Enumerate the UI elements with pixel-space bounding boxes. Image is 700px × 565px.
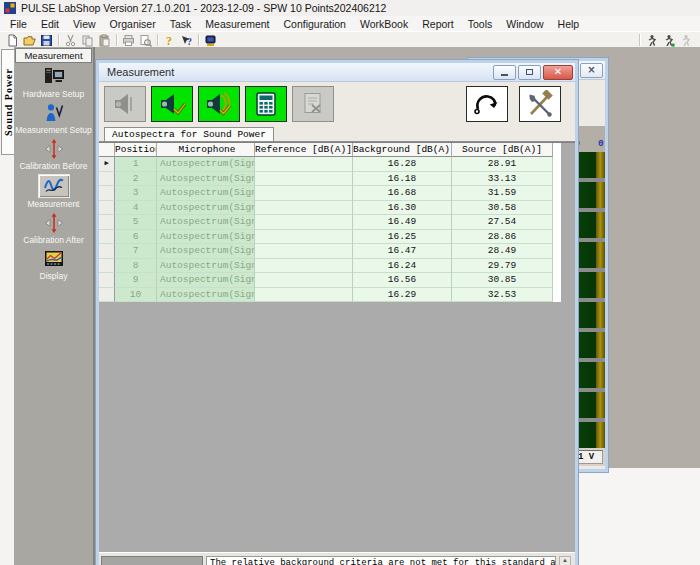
menu-configuration[interactable]: Configuration (277, 18, 353, 30)
context-help-icon[interactable]: ? (178, 33, 195, 47)
cell-src: 31.59 (452, 186, 553, 201)
menu-workbook[interactable]: WorkBook (353, 18, 415, 30)
menu-help[interactable]: Help (551, 18, 587, 30)
table-row[interactable]: ▶1Autospectrum(Signal 01)16.2828.91 (99, 157, 561, 172)
sidebar-item-calibration-before[interactable]: Calibration Before (14, 138, 93, 171)
sidebar-item-calibration-after[interactable]: Calibration After (14, 212, 93, 245)
cell-ref (255, 172, 353, 187)
menu-report[interactable]: Report (415, 18, 461, 30)
mdi-area: Sound Power Measurement Hardware SetupMe… (0, 47, 700, 565)
function-runner-disabled-icon[interactable] (677, 33, 694, 47)
table-row[interactable]: 9Autospectrum(Signal 09)16.5630.85 (99, 273, 561, 288)
labshop-monitor-icon[interactable] (202, 33, 219, 47)
cell-bg: 16.25 (353, 230, 452, 245)
table-row[interactable]: 5Autospectrum(Signal 05)16.4927.54 (99, 215, 561, 230)
cell-mic: Autospectrum(Signal 05) (157, 215, 255, 230)
cell-mic: Autospectrum(Signal 01) (157, 157, 255, 172)
table-header-row: PositionMicrophoneReference [dB(A)]Backg… (99, 143, 561, 157)
table-row[interactable]: 8Autospectrum(Signal 08)16.2429.79 (99, 259, 561, 274)
cell-mic: Autospectrum(Signal 08) (157, 259, 255, 274)
cell-bg: 16.56 (353, 273, 452, 288)
header-microphone: Microphone (157, 143, 255, 157)
sidebar-item-measurement[interactable]: Measurement (14, 174, 93, 209)
menu-view[interactable]: View (66, 18, 103, 30)
function-runner-2-icon[interactable] (660, 33, 677, 47)
cell-pos: 5 (115, 215, 157, 230)
menu-file[interactable]: File (3, 18, 34, 30)
cell-pos: 9 (115, 273, 157, 288)
menu-organiser[interactable]: Organiser (103, 18, 163, 30)
cell-ref (255, 273, 353, 288)
menu-window[interactable]: Window (499, 18, 550, 30)
table-row[interactable]: 4Autospectrum(Signal 04)16.3030.58 (99, 201, 561, 216)
cell-ref (255, 201, 353, 216)
app-title: PULSE LabShop Version 27.1.0.201 - 2023-… (21, 2, 386, 14)
cell-bg: 16.18 (353, 172, 452, 187)
cell-mic: Autospectrum(Signal 06) (157, 230, 255, 245)
speaker-button[interactable] (104, 86, 146, 122)
cell-src: 33.13 (452, 172, 553, 187)
task-tabstrip: Sound Power (0, 47, 14, 565)
menu-measurement[interactable]: Measurement (198, 18, 276, 30)
scale-tick: 0 (598, 138, 604, 149)
table-body: ▶1Autospectrum(Signal 01)16.2828.912Auto… (99, 157, 561, 302)
svg-text:?: ? (187, 36, 192, 47)
table-row[interactable]: 3Autospectrum(Signal 03)16.6831.59 (99, 186, 561, 201)
report-button[interactable] (292, 86, 334, 122)
menu-tools[interactable]: Tools (461, 18, 500, 30)
calculator-button[interactable] (245, 86, 287, 122)
sidebar-item-label: Calibration Before (19, 161, 87, 171)
measurement-close-button[interactable]: ✕ (543, 65, 573, 80)
measurement-maximize-button[interactable] (518, 65, 541, 80)
print-preview-icon[interactable] (137, 33, 154, 47)
open-file-icon[interactable] (21, 33, 38, 47)
table-header-row: PositionMicrophoneReference [dB(A)]Backg… (99, 143, 561, 157)
menu-edit[interactable]: Edit (34, 18, 66, 30)
loop-arrow-button[interactable] (466, 86, 508, 122)
tab-sound-power-label: Sound Power (3, 68, 14, 136)
paste-icon[interactable] (96, 33, 113, 47)
sidebar-item-hardware-setup[interactable]: Hardware Setup (14, 66, 93, 99)
cut-icon[interactable] (62, 33, 79, 47)
sidebar-item-display[interactable]: Display (14, 248, 93, 281)
tab-sound-power[interactable]: Sound Power (1, 49, 15, 155)
meter-close-button[interactable]: × (580, 63, 603, 78)
cell-ref (255, 259, 353, 274)
measurement-titlebar[interactable]: Measurement ✕ (99, 63, 575, 82)
table-row[interactable]: 2Autospectrum(Signal 02)16.1833.13 (99, 172, 561, 187)
function-runner-1-icon[interactable] (643, 33, 660, 47)
tab-autospectra[interactable]: Autospectra for Sound Power (104, 127, 274, 141)
cell-src: 27.54 (452, 215, 553, 230)
sidebar-item-label: Calibration After (23, 235, 83, 245)
cell-mic: Autospectrum(Signal 09) (157, 273, 255, 288)
status-scroll-up-icon[interactable]: ▲ (559, 556, 571, 565)
save-icon[interactable] (38, 33, 55, 47)
table-row[interactable]: 6Autospectrum(Signal 06)16.2528.86 (99, 230, 561, 245)
print-icon[interactable] (120, 33, 137, 47)
svg-text:?: ? (166, 34, 172, 47)
measurement-icon (38, 174, 70, 198)
cell-pos: 3 (115, 186, 157, 201)
row-selector-cell (99, 273, 115, 288)
autospectra-table: PositionMicrophoneReference [dB(A)]Backg… (99, 143, 561, 302)
cell-ref (255, 244, 353, 259)
hardware-setup-icon (39, 66, 69, 88)
toolbar-separator (198, 34, 199, 46)
row-selector-cell (99, 201, 115, 216)
tools-button[interactable] (519, 86, 561, 122)
speaker-check-button[interactable] (151, 86, 193, 122)
menu-task[interactable]: Task (163, 18, 199, 30)
table-row[interactable]: 7Autospectrum(Signal 07)16.4728.49 (99, 244, 561, 259)
sidebar-item-measurement-setup[interactable]: Measurement Setup (14, 102, 93, 135)
help-icon[interactable]: ? (161, 33, 178, 47)
cell-ref (255, 186, 353, 201)
new-file-icon[interactable] (4, 33, 21, 47)
table-row[interactable]: 10Autospectrum(Signal 10)16.2932.53 (99, 288, 561, 303)
cell-src: 28.86 (452, 230, 553, 245)
cell-bg: 16.49 (353, 215, 452, 230)
cell-bg: 16.28 (353, 157, 452, 172)
copy-icon[interactable] (79, 33, 96, 47)
measurement-minimize-button[interactable] (493, 65, 516, 80)
multi-speaker-check-button[interactable] (198, 86, 240, 122)
cell-bg: 16.24 (353, 259, 452, 274)
